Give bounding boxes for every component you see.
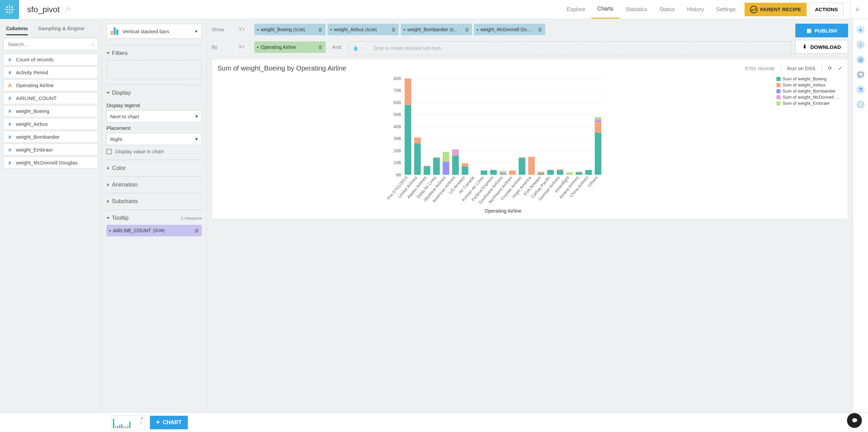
chart-plot[interactable]: 0B10B20B30B40B50B60B70B80BPre 07/01/2013… [217,75,774,214]
run-on-dss[interactable]: Run on DSS [787,65,815,71]
nav-tabs: ExploreChartsStatisticsStatusHistorySett… [561,0,742,19]
svg-rect-65 [528,157,535,175]
svg-text:20B: 20B [393,149,401,153]
y-pill[interactable]: ▾weight_Airbus (SUM)🗑 [328,24,399,35]
legend-item: Sum of weight_Airbus [776,82,842,87]
svg-rect-43 [452,155,459,156]
column-item[interactable]: #weight_Airbus [3,118,98,130]
publish-button[interactable]: ▦ PUBLISH [795,24,848,37]
download-button[interactable]: ⬇ DOWNLOAD [795,40,848,54]
rail-history-icon[interactable]: 🕓 [856,100,865,109]
nav-tab-charts[interactable]: Charts [591,0,619,19]
refresh-chart-icon[interactable]: ⟳ [828,65,832,71]
tab-sampling[interactable]: Sampling & Engine [38,23,84,35]
chart-title: Sum of weight_Boeing by Operating Airlin… [217,64,739,72]
rail-add-icon[interactable]: ＋ [856,26,865,34]
trash-icon[interactable]: 🗑 [318,27,323,32]
thumb-trash-icon[interactable]: 🗑 [140,416,144,420]
svg-rect-5 [11,6,13,8]
refresh-icon[interactable]: ⟳ [66,6,71,13]
section-subcharts[interactable]: Subcharts [106,197,202,206]
nav-tab-settings[interactable]: Settings [710,0,742,19]
column-item[interactable]: #Count of records [3,54,98,65]
section-filters[interactable]: Filters [106,48,202,58]
nav-tab-explore[interactable]: Explore [561,0,591,19]
svg-rect-63 [519,157,526,158]
search-input[interactable] [7,41,92,47]
rail-chat-icon[interactable]: 💬 [856,71,865,79]
svg-point-0 [9,8,11,10]
svg-rect-78 [576,172,583,172]
placement-select[interactable]: Right▾ [106,133,202,145]
axis-x-label[interactable]: X ▾ [239,41,248,50]
chart-thumbnail[interactable]: 🗑⎘ [111,415,145,430]
column-item[interactable]: AOperating Airline [3,79,98,91]
chevron-down-icon: ▾ [330,28,332,32]
subgroup-drop[interactable]: 💧▾ Drop to create stacked sub-bars [348,41,791,55]
actions-button[interactable]: ACTIONS [809,3,844,16]
app-logo[interactable] [0,0,19,19]
rail-info-icon[interactable]: i [856,41,865,49]
y-pill[interactable]: ▾weight_Bombardier (S…🗑 [401,24,472,35]
column-item[interactable]: #weight_Bombardier [3,131,98,143]
svg-rect-30 [414,143,421,175]
column-item[interactable]: #weight_McDonnell Douglas [3,157,98,169]
rail-table-icon[interactable]: ▤ [856,56,865,64]
column-item[interactable]: #AIRLINE_COUNT [3,92,98,104]
back-arrow-icon[interactable] [850,0,864,19]
type-icon: # [7,108,13,114]
svg-rect-83 [595,122,601,133]
y-pill[interactable]: ▾weight_McDonnell Do… 🗑 [474,24,545,35]
nav-tab-status[interactable]: Status [653,0,681,19]
x-pill[interactable]: ▾ Operating Airline 🗑 [254,41,326,53]
trash-icon[interactable]: 🗑 [538,27,542,32]
page-title: sfo_pivot [27,5,60,14]
filters-drop[interactable] [106,60,202,79]
legend-select[interactable]: Next to chart▾ [106,110,202,122]
svg-rect-34 [423,166,430,166]
section-display[interactable]: Display [106,88,202,98]
column-item[interactable]: #Activity Period [3,66,98,78]
type-icon: A [7,82,13,88]
svg-rect-84 [595,121,601,122]
section-animation[interactable]: Animation [106,180,202,190]
legend-item: Sum of weight_Bombardier [776,89,842,94]
thumb-copy-icon[interactable]: ⎘ [140,421,144,425]
expand-icon[interactable]: ⤢ [838,65,842,71]
axis-y-label[interactable]: Y ▾ [239,24,248,32]
tooltip-pill[interactable]: ▾ AIRLINE_COUNT (SUM) 🗑 [106,225,202,236]
svg-rect-75 [566,172,573,175]
section-tooltip[interactable]: Tooltip1 measure [106,213,202,223]
type-icon: # [7,121,13,127]
svg-rect-1 [9,5,10,7]
legend-swatch [776,95,781,99]
trash-icon[interactable]: 🗑 [318,44,323,50]
type-icon: # [7,147,13,153]
new-chart-button[interactable]: +CHART [150,416,188,429]
svg-rect-58 [500,171,507,173]
chart-type-select[interactable]: Vertical stacked bars ▾ [106,24,202,39]
chevron-down-icon: ▾ [257,45,259,49]
y-pill[interactable]: ▾weight_Boeing (SUM)🗑 [254,24,326,35]
type-icon: # [7,57,13,62]
svg-text:80B: 80B [393,76,401,81]
svg-rect-85 [595,119,601,120]
column-item[interactable]: #weight_Boeing [3,105,98,117]
svg-rect-44 [452,150,459,155]
svg-text:Operating Airline: Operating Airline [485,208,521,214]
intercom-icon[interactable]: 💬 [847,413,862,428]
rail-lab-icon[interactable]: ⚗ [856,85,865,94]
trash-icon[interactable]: 🗑 [465,27,469,32]
column-item[interactable]: #weight_Embraer [3,144,98,156]
section-color[interactable]: Color [106,163,202,173]
tab-columns[interactable]: Columns [6,23,28,35]
search-input-wrapper[interactable]: ⌕ [3,38,98,50]
trash-icon[interactable]: 🗑 [391,27,396,32]
nav-tab-history[interactable]: History [681,0,710,19]
nav-tab-statistics[interactable]: Statistics [619,0,653,19]
svg-rect-46 [462,166,469,175]
parent-recipe-button[interactable]: ⮐ PARENT RECIPE [745,3,807,16]
display-value-checkbox[interactable]: Display value in chart [106,149,202,154]
drop-icon: 💧 [353,45,358,51]
trash-icon[interactable]: 🗑 [194,228,199,233]
